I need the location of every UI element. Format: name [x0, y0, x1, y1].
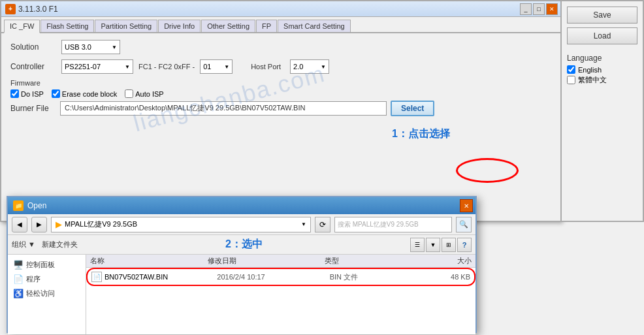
- maximize-button[interactable]: □: [533, 3, 545, 15]
- col-name-header: 名称: [90, 256, 208, 266]
- solution-label: Solution: [10, 42, 56, 52]
- solution-dropdown[interactable]: USB 3.0 ▼: [61, 40, 120, 54]
- app-title: 3.11.3.0 F1: [18, 5, 58, 14]
- window-controls: _ □ ✕: [520, 3, 558, 15]
- sidebar-item-label: 程序: [26, 274, 40, 284]
- firmware-section: Firmware Do ISP Erase code block Auto IS…: [10, 79, 551, 116]
- path-bar: ▶ MPALL忆捷V9 29.5GB ▼: [51, 217, 311, 232]
- help-button[interactable]: ?: [457, 238, 472, 252]
- select-button[interactable]: Select: [391, 101, 434, 116]
- folder-icon: ▶: [56, 219, 62, 229]
- tab-partition-setting[interactable]: Partition Setting: [95, 20, 157, 32]
- open-dialog: 📁 Open ✕ ◀ ▶ ▶ MPALL忆捷V9 29.5GB ▼ ⟳ 搜索 M…: [7, 196, 477, 333]
- close-button[interactable]: ✕: [546, 3, 558, 15]
- chevron-down-icon: ▼: [224, 64, 229, 70]
- tab-smart-card[interactable]: Smart Card Setting: [278, 20, 351, 32]
- path-chevron-icon[interactable]: ▼: [301, 221, 306, 227]
- tab-ic-fw[interactable]: IC _FW: [4, 20, 40, 33]
- dialog-content: 🖥️ 控制面板 📄 程序 ♿ 轻松访问 名称 修改日期 类型 大小 📄 B: [8, 255, 475, 334]
- host-port-dropdown[interactable]: 2.0 ▼: [290, 59, 329, 74]
- step1-annotation: 1：点击选择: [392, 127, 450, 141]
- chevron-down-icon: ▼: [112, 44, 117, 50]
- view-icon-button[interactable]: ⊞: [442, 238, 456, 252]
- controller-row: Controller PS2251-07 ▼ FC1 - FC2 0xFF - …: [10, 59, 551, 74]
- tab-drive-info[interactable]: Drive Info: [158, 20, 201, 32]
- back-button[interactable]: ◀: [12, 217, 27, 232]
- easy-access-icon: ♿: [13, 288, 24, 298]
- controller-dropdown[interactable]: PS2251-07 ▼: [61, 59, 133, 74]
- host-port-label: Host Port: [251, 63, 281, 71]
- dialog-title-bar: 📁 Open ✕: [8, 197, 475, 214]
- table-row[interactable]: 📄 BN07V502TAW.BIN 2016/2/4 10:17 BIN 文件 …: [86, 268, 475, 286]
- chinese-radio[interactable]: 繁體中文: [567, 75, 637, 85]
- col-type-header: 类型: [325, 256, 413, 266]
- title-bar: + 3.11.3.0 F1 _ □ ✕: [1, 1, 560, 17]
- content-area: Solution USB 3.0 ▼ Controller PS2251-07 …: [1, 33, 560, 123]
- view-details-button[interactable]: ▼: [426, 238, 440, 252]
- controller-label: Controller: [10, 62, 56, 71]
- sidebar-item-label: 轻松访问: [26, 289, 55, 298]
- dialog-folder-icon: 📁: [13, 200, 24, 211]
- file-name: BN07V502TAW.BIN: [105, 273, 217, 281]
- control-panel-icon: 🖥️: [13, 259, 24, 270]
- burner-path-field: C:\Users\Administrator\Desktop\MPALL忆捷V9…: [60, 101, 387, 116]
- tab-fp[interactable]: FP: [256, 20, 277, 32]
- sidebar-item-easy-access[interactable]: ♿ 轻松访问: [10, 286, 83, 300]
- solution-row: Solution USB 3.0 ▼: [10, 40, 551, 54]
- sidebar-item-label: 控制面板: [26, 260, 55, 270]
- tab-bar: IC _FW Flash Setting Partition Setting D…: [1, 17, 560, 33]
- auto-isp-checkbox[interactable]: Auto ISP: [125, 89, 163, 98]
- burner-label: Burner File: [10, 104, 56, 113]
- search-icon[interactable]: 🔍: [456, 217, 472, 232]
- search-placeholder: 搜索 MPALL忆捷V9 29.5GB: [338, 220, 419, 229]
- step2-annotation: 2：选中: [84, 238, 404, 251]
- sidebar-item-control-panel[interactable]: 🖥️ 控制面板: [10, 257, 83, 272]
- file-date: 2016/2/4 10:17: [217, 273, 329, 281]
- file-size: 48 KB: [414, 273, 470, 281]
- language-section: Language English 繁體中文: [567, 54, 637, 85]
- load-button[interactable]: Load: [567, 27, 637, 44]
- erase-code-checkbox[interactable]: Erase code block: [52, 89, 117, 98]
- file-list-header: 名称 修改日期 类型 大小: [86, 255, 475, 268]
- firmware-checkboxes: Do ISP Erase code block Auto ISP: [10, 89, 551, 98]
- file-list: 名称 修改日期 类型 大小 📄 BN07V502TAW.BIN 2016/2/4…: [86, 255, 475, 334]
- programs-icon: 📄: [13, 274, 24, 284]
- fc-dropdown[interactable]: 01 ▼: [200, 59, 233, 74]
- chevron-down-icon: ▼: [321, 64, 326, 70]
- dialog-toolbar: ◀ ▶ ▶ MPALL忆捷V9 29.5GB ▼ ⟳ 搜索 MPALL忆捷V9 …: [8, 214, 475, 235]
- dialog-title: Open: [27, 201, 46, 210]
- right-panel: Save Load Language English 繁體中文: [562, 0, 644, 222]
- do-isp-checkbox[interactable]: Do ISP: [10, 89, 44, 98]
- sidebar-item-programs[interactable]: 📄 程序: [10, 272, 83, 286]
- firmware-label: Firmware: [10, 79, 551, 87]
- organize-button[interactable]: 组织 ▼: [12, 240, 35, 249]
- search-box[interactable]: 搜索 MPALL忆捷V9 29.5GB: [334, 217, 452, 232]
- save-button[interactable]: Save: [567, 7, 637, 24]
- tab-flash-setting[interactable]: Flash Setting: [40, 20, 94, 32]
- language-label: Language: [567, 54, 637, 63]
- file-icon: 📄: [91, 272, 102, 282]
- app-icon: +: [5, 4, 16, 14]
- view-list-button[interactable]: ☰: [410, 238, 425, 252]
- col-size-header: 大小: [413, 256, 472, 266]
- english-radio[interactable]: English: [567, 65, 637, 74]
- tab-other-setting[interactable]: Other Setting: [201, 20, 255, 32]
- burner-row: Burner File C:\Users\Administrator\Deskt…: [10, 101, 551, 116]
- path-text: MPALL忆捷V9 29.5GB: [65, 219, 137, 229]
- new-folder-button[interactable]: 新建文件夹: [42, 240, 78, 249]
- file-type: BIN 文件: [330, 272, 414, 282]
- view-controls: ☰ ▼ ⊞ ?: [410, 238, 472, 252]
- forward-button[interactable]: ▶: [31, 217, 47, 232]
- main-window: + 3.11.3.0 F1 _ □ ✕ IC _FW Flash Setting…: [0, 0, 562, 222]
- minimize-button[interactable]: _: [520, 3, 532, 15]
- dialog-secondary-bar: 组织 ▼ 新建文件夹 2：选中 ☰ ▼ ⊞ ?: [8, 235, 475, 255]
- refresh-button[interactable]: ⟳: [315, 217, 330, 232]
- dialog-sidebar: 🖥️ 控制面板 📄 程序 ♿ 轻松访问: [8, 255, 86, 334]
- dialog-close-button[interactable]: ✕: [460, 199, 473, 212]
- fc-label: FC1 - FC2 0xFF -: [138, 63, 195, 71]
- chevron-down-icon: ▼: [125, 64, 130, 70]
- col-date-header: 修改日期: [208, 256, 325, 266]
